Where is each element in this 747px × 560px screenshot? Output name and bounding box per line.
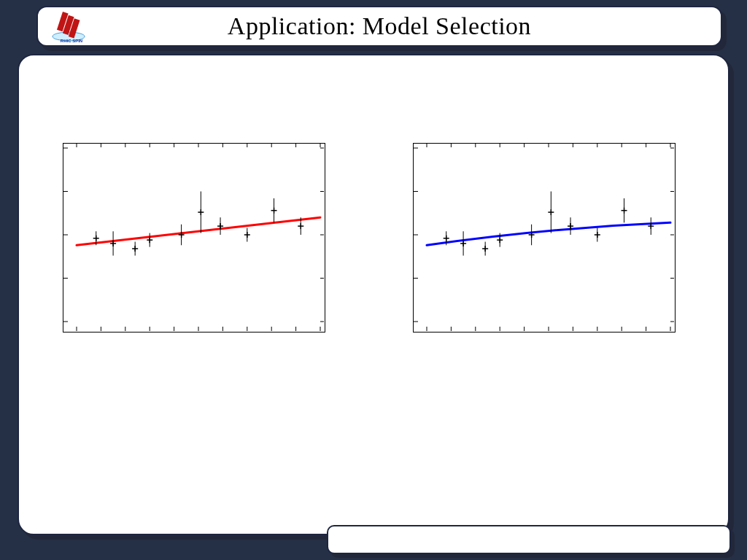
page-title: Application: Model Selection bbox=[228, 12, 531, 40]
title-bar: Application: Model Selection bbox=[36, 6, 722, 47]
rhic-spin-logo-icon: RHIC SPIN bbox=[48, 7, 95, 44]
content-frame bbox=[18, 54, 729, 535]
chart-linear-fit bbox=[63, 143, 325, 332]
chart-saturating-fit bbox=[413, 143, 676, 332]
slide: Application: Model Selection RHIC SPIN bbox=[0, 0, 747, 560]
footer-bar bbox=[327, 525, 731, 554]
logo-label: RHIC SPIN bbox=[61, 39, 82, 43]
